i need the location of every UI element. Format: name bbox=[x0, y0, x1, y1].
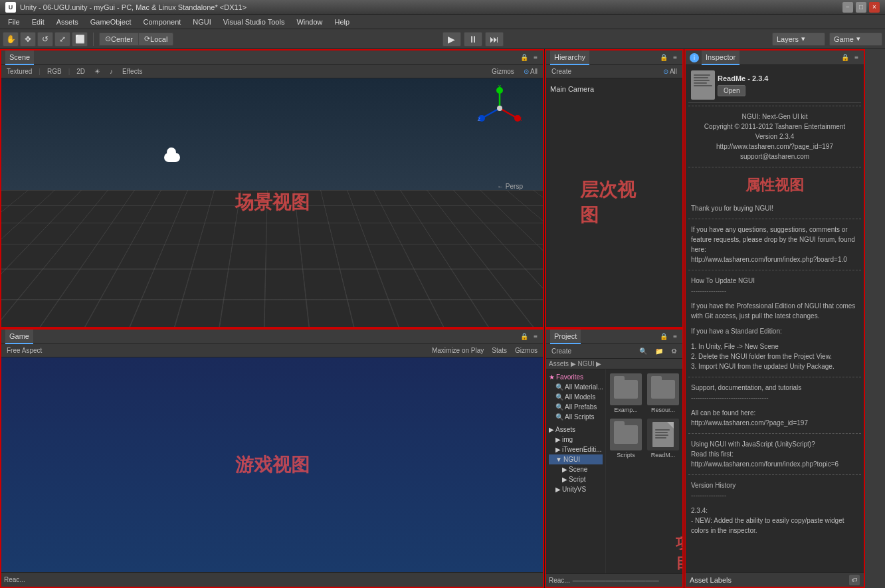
inspector-tab[interactable]: Inspector bbox=[702, 50, 739, 65]
game-lock-icon[interactable]: 🔒 bbox=[519, 333, 530, 340]
asset-item-scripts[interactable]: Scripts bbox=[609, 417, 643, 460]
menu-ngui[interactable]: NGUI bbox=[187, 17, 217, 27]
menu-vstudio[interactable]: Visual Studio Tools bbox=[218, 17, 290, 27]
inspector-divider-5 bbox=[688, 377, 861, 377]
all-scripts-item[interactable]: 🔍 All Scripts bbox=[549, 412, 603, 422]
menu-file[interactable]: File bbox=[3, 17, 25, 27]
scene-tab[interactable]: Scene bbox=[5, 50, 34, 65]
local-button[interactable]: ⟳ Local bbox=[138, 33, 173, 46]
2d-button[interactable]: 2D bbox=[74, 68, 88, 75]
minimize-button[interactable]: − bbox=[842, 2, 853, 13]
asset-item-examples[interactable]: Examp... bbox=[609, 372, 643, 415]
project-folder-icon[interactable]: 📁 bbox=[652, 347, 666, 355]
rotate-tool-button[interactable]: ↺ bbox=[37, 32, 53, 47]
asset-item-resources[interactable]: Resour... bbox=[646, 372, 680, 415]
project-tab[interactable]: Project bbox=[550, 330, 581, 344]
inspector-menu-icon[interactable]: ≡ bbox=[853, 54, 860, 61]
game-gizmos-dropdown[interactable]: Gizmos bbox=[512, 347, 540, 354]
close-button[interactable]: × bbox=[869, 2, 880, 13]
inspector-file-name: ReadMe - 2.3.4 bbox=[718, 74, 858, 82]
all-dropdown[interactable]: ⊙ All bbox=[521, 68, 540, 75]
all-models-item[interactable]: 🔍 All Models bbox=[549, 392, 603, 402]
folder-icon-resources bbox=[647, 373, 679, 405]
menu-help[interactable]: Help bbox=[330, 17, 355, 27]
hand-tool-button[interactable]: ✋ bbox=[3, 32, 19, 47]
menu-window[interactable]: Window bbox=[291, 17, 328, 27]
project-search-icon[interactable]: 🔍 bbox=[637, 347, 650, 355]
effects-dropdown[interactable]: Effects bbox=[120, 68, 145, 75]
step-button[interactable]: ⏭ bbox=[485, 32, 504, 47]
inspector-ngui-text: NGUI: Next-Gen UI kit Copyright © 2011-2… bbox=[688, 109, 861, 164]
game-tab[interactable]: Game bbox=[5, 330, 33, 344]
hierarchy-tab[interactable]: Hierarchy bbox=[550, 50, 589, 65]
asset-label-resources: Resour... bbox=[651, 407, 675, 413]
assets-root-item[interactable]: ▶ Assets bbox=[549, 425, 603, 435]
scale-tool-button[interactable]: ⤢ bbox=[54, 32, 70, 47]
scene-lock-icon[interactable]: 🔒 bbox=[519, 54, 530, 61]
scene-panel: Scene 🔒 ≡ Textured | RGB | 2D ☀ ♪ Effect… bbox=[0, 49, 544, 328]
script-folder-item[interactable]: ▶ Script bbox=[549, 474, 603, 484]
scene-menu-icon[interactable]: ≡ bbox=[532, 54, 539, 61]
menu-component[interactable]: Component bbox=[138, 17, 186, 27]
game-label-cn: 游戏视图 bbox=[235, 452, 310, 478]
inspector-p1: If you have any questions, suggestions, … bbox=[688, 222, 861, 267]
title-bar: U Unity - 06-UGU.unity - myGui - PC, Mac… bbox=[0, 0, 885, 15]
play-button[interactable]: ▶ bbox=[442, 32, 461, 47]
sun-icon[interactable]: ☀ bbox=[92, 68, 103, 75]
game-view-dropdown[interactable]: Game ▾ bbox=[829, 33, 882, 46]
inspector-content: ReadMe - 2.3.4 Open NGUI: Next-Gen UI ki… bbox=[686, 65, 864, 572]
textured-dropdown[interactable]: Textured bbox=[4, 68, 35, 75]
scene-folder-item[interactable]: ▶ Scene bbox=[549, 464, 603, 474]
menu-assets[interactable]: Assets bbox=[51, 17, 84, 27]
pivot-toggle[interactable]: ⊙ Center ⟳ Local bbox=[99, 33, 173, 46]
gizmos-dropdown[interactable]: Gizmos bbox=[489, 68, 517, 75]
project-lock-icon[interactable]: 🔒 bbox=[658, 333, 669, 340]
itween-item[interactable]: ▶ iTweenEditi... bbox=[549, 444, 603, 454]
asset-labels-text: Asset Labels bbox=[690, 576, 732, 584]
center-button[interactable]: ⊙ Center bbox=[99, 33, 138, 46]
rgb-dropdown[interactable]: RGB bbox=[45, 68, 64, 75]
unity-logo-icon: U bbox=[5, 2, 16, 13]
menu-edit[interactable]: Edit bbox=[27, 17, 50, 27]
game-content: 游戏视图 bbox=[1, 357, 543, 572]
unityvs-item[interactable]: ▶ UnityVS bbox=[549, 484, 603, 494]
rect-tool-button[interactable]: ⬜ bbox=[72, 32, 88, 47]
toolbar: ✋ ✥ ↺ ⤢ ⬜ ⊙ Center ⟳ Local ▶ ⏸ ⏭ Layers … bbox=[0, 29, 885, 49]
hierarchy-all-dropdown[interactable]: ⊙ All bbox=[660, 68, 680, 75]
inspector-open-button[interactable]: Open bbox=[718, 85, 745, 96]
aspect-dropdown[interactable]: Free Aspect bbox=[4, 347, 45, 354]
asset-item-readme[interactable]: ReadM... bbox=[646, 417, 680, 460]
img-item[interactable]: ▶ img bbox=[549, 435, 603, 444]
audio-icon[interactable]: ♪ bbox=[107, 68, 116, 75]
game-menu-icon[interactable]: ≡ bbox=[532, 333, 539, 340]
favorites-item[interactable]: ★ Favorites bbox=[549, 372, 603, 382]
project-breadcrumb: Assets ▶ NGUI ▶ bbox=[546, 359, 682, 369]
inspector-lock-icon[interactable]: 🔒 bbox=[840, 54, 850, 61]
folder-icon-scripts bbox=[610, 419, 642, 450]
main-camera-item[interactable]: Main Camera bbox=[546, 84, 682, 94]
project-menu-icon[interactable]: ≡ bbox=[672, 333, 678, 340]
menu-gameobject[interactable]: GameObject bbox=[85, 17, 137, 27]
maximize-on-play-button[interactable]: Maximize on Play bbox=[429, 347, 486, 354]
inspector-panel: i Inspector 🔒 ≡ bbox=[684, 49, 865, 588]
project-settings-icon[interactable]: ⚙ bbox=[668, 347, 680, 355]
all-materials-item[interactable]: 🔍 All Material... bbox=[549, 382, 603, 392]
hierarchy-create-dropdown[interactable]: Create bbox=[549, 68, 574, 75]
hierarchy-menu-icon[interactable]: ≡ bbox=[672, 54, 678, 61]
scene-background: 场景视图 bbox=[1, 78, 543, 327]
inspector-divider-2 bbox=[688, 167, 861, 167]
inspector-divider-7 bbox=[688, 474, 861, 475]
ngui-item[interactable]: ▼ NGUI bbox=[549, 454, 603, 464]
asset-labels-tag-icon[interactable]: 🏷 bbox=[849, 575, 860, 585]
hierarchy-panel: Hierarchy 🔒 ≡ Create ⊙ All Main Camera 层… bbox=[545, 49, 684, 328]
doc-icon-readme bbox=[647, 419, 679, 450]
all-prefabs-item[interactable]: 🔍 All Prefabs bbox=[549, 402, 603, 412]
maximize-button[interactable]: □ bbox=[856, 2, 866, 13]
inspector-support: Support, documentation, and tutorials --… bbox=[688, 380, 861, 405]
hierarchy-lock-icon[interactable]: 🔒 bbox=[658, 54, 669, 61]
layers-dropdown[interactable]: Layers ▾ bbox=[772, 33, 825, 46]
stats-button[interactable]: Stats bbox=[489, 347, 510, 354]
move-tool-button[interactable]: ✥ bbox=[20, 32, 36, 47]
pause-button[interactable]: ⏸ bbox=[464, 32, 482, 47]
project-create-dropdown[interactable]: Create bbox=[549, 347, 574, 355]
